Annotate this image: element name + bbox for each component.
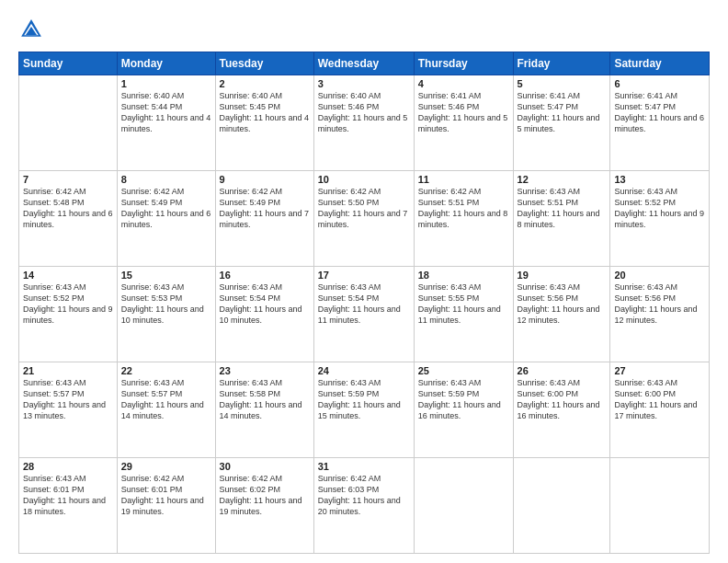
calendar-week-row: 21 Sunrise: 6:43 AM Sunset: 5:57 PM Dayl… [19,362,710,458]
day-info: Sunrise: 6:43 AM Sunset: 5:59 PM Dayligh… [318,377,410,422]
calendar-cell: 18 Sunrise: 6:43 AM Sunset: 5:55 PM Dayl… [414,267,513,362]
day-number: 10 [318,174,410,185]
day-number: 2 [220,78,310,89]
day-number: 26 [518,365,607,376]
calendar-cell: 2 Sunrise: 6:40 AM Sunset: 5:45 PM Dayli… [215,75,313,171]
day-number: 22 [121,365,211,376]
day-info: Sunrise: 6:43 AM Sunset: 5:59 PM Dayligh… [418,377,509,422]
day-info: Sunrise: 6:43 AM Sunset: 5:56 PM Dayligh… [518,282,607,327]
calendar-cell: 21 Sunrise: 6:43 AM Sunset: 5:57 PM Dayl… [19,362,118,458]
day-info: Sunrise: 6:40 AM Sunset: 5:44 PM Dayligh… [121,90,211,135]
day-info: Sunrise: 6:42 AM Sunset: 5:50 PM Dayligh… [318,186,410,231]
day-number: 24 [318,365,410,376]
day-info: Sunrise: 6:42 AM Sunset: 6:02 PM Dayligh… [220,473,310,518]
calendar-cell: 20 Sunrise: 6:43 AM Sunset: 5:56 PM Dayl… [610,267,710,362]
day-info: Sunrise: 6:43 AM Sunset: 5:54 PM Dayligh… [318,282,410,327]
calendar-cell: 12 Sunrise: 6:43 AM Sunset: 5:51 PM Dayl… [513,171,610,267]
calendar-cell: 1 Sunrise: 6:40 AM Sunset: 5:44 PM Dayli… [117,75,215,171]
calendar-cell: 3 Sunrise: 6:40 AM Sunset: 5:46 PM Dayli… [313,75,414,171]
page: SundayMondayTuesdayWednesdayThursdayFrid… [0,0,728,563]
day-info: Sunrise: 6:43 AM Sunset: 5:52 PM Dayligh… [23,282,113,327]
day-info: Sunrise: 6:43 AM Sunset: 6:00 PM Dayligh… [518,377,607,422]
day-number: 11 [418,174,509,185]
day-info: Sunrise: 6:41 AM Sunset: 5:47 PM Dayligh… [518,90,607,135]
day-info: Sunrise: 6:42 AM Sunset: 5:51 PM Dayligh… [418,186,509,231]
day-info: Sunrise: 6:43 AM Sunset: 5:57 PM Dayligh… [23,377,113,422]
calendar-cell: 13 Sunrise: 6:43 AM Sunset: 5:52 PM Dayl… [610,171,710,267]
calendar-cell [513,458,610,554]
calendar-cell: 9 Sunrise: 6:42 AM Sunset: 5:49 PM Dayli… [215,171,313,267]
logo [18,17,48,42]
calendar-cell: 8 Sunrise: 6:42 AM Sunset: 5:49 PM Dayli… [117,171,215,267]
calendar-cell: 30 Sunrise: 6:42 AM Sunset: 6:02 PM Dayl… [215,458,313,554]
day-info: Sunrise: 6:41 AM Sunset: 5:46 PM Dayligh… [418,90,509,135]
day-number: 28 [23,461,113,472]
calendar-week-row: 28 Sunrise: 6:43 AM Sunset: 6:01 PM Dayl… [19,458,710,554]
day-of-week-header: Wednesday [313,52,414,75]
day-info: Sunrise: 6:43 AM Sunset: 5:53 PM Dayligh… [121,282,211,327]
day-info: Sunrise: 6:43 AM Sunset: 5:58 PM Dayligh… [220,377,310,422]
day-info: Sunrise: 6:43 AM Sunset: 5:56 PM Dayligh… [614,282,705,327]
calendar-cell: 28 Sunrise: 6:43 AM Sunset: 6:01 PM Dayl… [19,458,118,554]
day-number: 21 [23,365,113,376]
day-number: 12 [518,174,607,185]
day-number: 20 [614,270,705,281]
day-info: Sunrise: 6:43 AM Sunset: 5:51 PM Dayligh… [518,186,607,231]
day-of-week-header: Sunday [19,52,118,75]
day-number: 1 [121,78,211,89]
day-info: Sunrise: 6:42 AM Sunset: 5:48 PM Dayligh… [23,186,113,231]
day-of-week-header: Saturday [610,52,710,75]
day-of-week-header: Thursday [414,52,513,75]
calendar-week-row: 7 Sunrise: 6:42 AM Sunset: 5:48 PM Dayli… [19,171,710,267]
calendar-cell: 16 Sunrise: 6:43 AM Sunset: 5:54 PM Dayl… [215,267,313,362]
calendar-cell: 27 Sunrise: 6:43 AM Sunset: 6:00 PM Dayl… [610,362,710,458]
day-info: Sunrise: 6:40 AM Sunset: 5:46 PM Dayligh… [318,90,410,135]
day-info: Sunrise: 6:43 AM Sunset: 5:57 PM Dayligh… [121,377,211,422]
day-info: Sunrise: 6:43 AM Sunset: 6:01 PM Dayligh… [23,473,113,518]
day-info: Sunrise: 6:43 AM Sunset: 5:54 PM Dayligh… [220,282,310,327]
calendar-cell: 31 Sunrise: 6:42 AM Sunset: 6:03 PM Dayl… [313,458,414,554]
calendar-cell: 5 Sunrise: 6:41 AM Sunset: 5:47 PM Dayli… [513,75,610,171]
calendar-table: SundayMondayTuesdayWednesdayThursdayFrid… [18,52,710,554]
calendar-cell: 26 Sunrise: 6:43 AM Sunset: 6:00 PM Dayl… [513,362,610,458]
day-info: Sunrise: 6:42 AM Sunset: 6:03 PM Dayligh… [318,473,410,518]
calendar-cell [414,458,513,554]
logo-icon [18,17,44,42]
day-of-week-header: Tuesday [215,52,313,75]
calendar-header-row: SundayMondayTuesdayWednesdayThursdayFrid… [19,52,710,75]
day-number: 29 [121,461,211,472]
day-number: 14 [23,270,113,281]
day-of-week-header: Monday [117,52,215,75]
day-number: 5 [518,78,607,89]
day-number: 4 [418,78,509,89]
calendar-cell: 17 Sunrise: 6:43 AM Sunset: 5:54 PM Dayl… [313,267,414,362]
day-number: 18 [418,270,509,281]
day-number: 30 [220,461,310,472]
day-number: 23 [220,365,310,376]
day-info: Sunrise: 6:43 AM Sunset: 5:52 PM Dayligh… [614,186,705,231]
day-number: 3 [318,78,410,89]
calendar-cell [610,458,710,554]
calendar-cell: 11 Sunrise: 6:42 AM Sunset: 5:51 PM Dayl… [414,171,513,267]
day-number: 6 [614,78,705,89]
day-info: Sunrise: 6:42 AM Sunset: 5:49 PM Dayligh… [220,186,310,231]
day-number: 25 [418,365,509,376]
day-number: 19 [518,270,607,281]
header [18,17,710,42]
calendar-cell: 7 Sunrise: 6:42 AM Sunset: 5:48 PM Dayli… [19,171,118,267]
calendar-cell [19,75,118,171]
calendar-cell: 6 Sunrise: 6:41 AM Sunset: 5:47 PM Dayli… [610,75,710,171]
calendar-cell: 25 Sunrise: 6:43 AM Sunset: 5:59 PM Dayl… [414,362,513,458]
day-number: 7 [23,174,113,185]
calendar-cell: 15 Sunrise: 6:43 AM Sunset: 5:53 PM Dayl… [117,267,215,362]
day-info: Sunrise: 6:43 AM Sunset: 5:55 PM Dayligh… [418,282,509,327]
calendar-cell: 24 Sunrise: 6:43 AM Sunset: 5:59 PM Dayl… [313,362,414,458]
day-number: 15 [121,270,211,281]
day-number: 16 [220,270,310,281]
calendar-week-row: 14 Sunrise: 6:43 AM Sunset: 5:52 PM Dayl… [19,267,710,362]
day-info: Sunrise: 6:42 AM Sunset: 6:01 PM Dayligh… [121,473,211,518]
calendar-cell: 22 Sunrise: 6:43 AM Sunset: 5:57 PM Dayl… [117,362,215,458]
day-info: Sunrise: 6:43 AM Sunset: 6:00 PM Dayligh… [614,377,705,422]
calendar-cell: 10 Sunrise: 6:42 AM Sunset: 5:50 PM Dayl… [313,171,414,267]
calendar-week-row: 1 Sunrise: 6:40 AM Sunset: 5:44 PM Dayli… [19,75,710,171]
